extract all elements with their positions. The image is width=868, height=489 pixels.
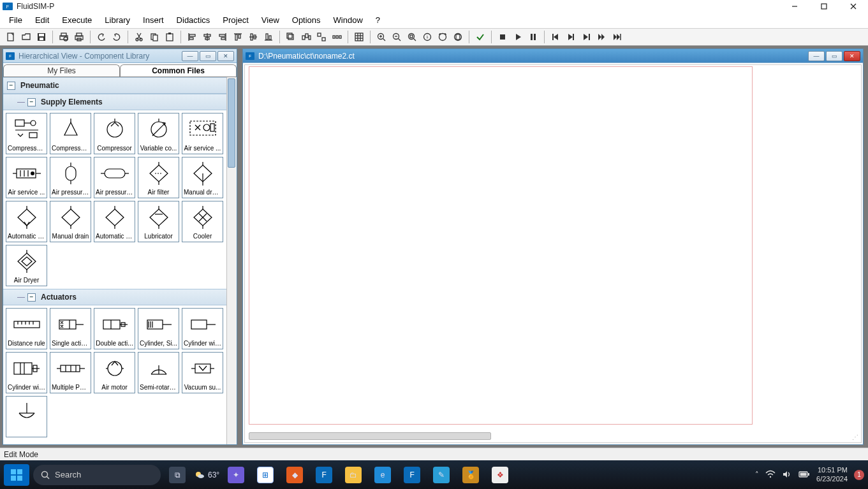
align-top-button[interactable]: [231, 30, 245, 44]
component-cyl-multipos[interactable]: Multiple Pos...: [50, 352, 91, 393]
open-button[interactable]: [19, 30, 33, 44]
taskbar-search[interactable]: Search: [33, 465, 161, 485]
zoom-fit-button[interactable]: [405, 30, 419, 44]
stop-button[interactable]: [496, 30, 510, 44]
doc-close-button[interactable]: ✕: [844, 51, 860, 61]
start-button[interactable]: [4, 464, 29, 486]
zoom-region-button[interactable]: [436, 30, 450, 44]
menu-edit[interactable]: Edit: [29, 14, 55, 26]
component-motor-circle[interactable]: Air motor: [94, 352, 135, 393]
weather-widget[interactable]: 63°: [194, 469, 219, 481]
taskbar-app-10[interactable]: ❖: [487, 464, 513, 486]
skip-fwd-button[interactable]: [594, 30, 608, 44]
zoom-out-button[interactable]: [390, 30, 404, 44]
document-titlebar[interactable]: F D:\Pneumatic\ct\noname2.ct — ▭ ✕: [243, 49, 863, 63]
check-button[interactable]: [473, 30, 487, 44]
component-cyl-multi[interactable]: Cylinder wit...: [6, 352, 47, 393]
pause-button[interactable]: [526, 30, 540, 44]
tab-my-files[interactable]: My Files: [3, 64, 120, 77]
align-right-button[interactable]: [216, 30, 230, 44]
zoom-page-button[interactable]: [451, 30, 465, 44]
menu-options[interactable]: Options: [286, 14, 327, 26]
component-cyl-double[interactable]: Double acti...: [94, 308, 135, 349]
component-diamond-dash[interactable]: Air filter: [138, 157, 179, 198]
tab-common-files[interactable]: Common Files: [120, 64, 237, 77]
category-pneumatic[interactable]: −Pneumatic: [3, 77, 237, 94]
wifi-icon[interactable]: [765, 470, 776, 480]
taskbar-app-7[interactable]: F: [399, 464, 425, 486]
component-vacuum[interactable]: Vacuum su...: [182, 352, 223, 393]
rotate-left-button[interactable]: [284, 30, 298, 44]
component-diamond-tri[interactable]: Automatic d...: [6, 201, 47, 242]
component-cyl-single[interactable]: Single actin...: [50, 308, 91, 349]
component-filter-reg-box[interactable]: Air service ...: [6, 157, 47, 198]
redo-button[interactable]: [110, 30, 124, 44]
menu-didactics[interactable]: Didactics: [170, 14, 217, 26]
taskbar-app-1[interactable]: ✦: [223, 464, 249, 486]
undo-button[interactable]: [94, 30, 108, 44]
group-button[interactable]: [299, 30, 313, 44]
panel-close-button[interactable]: ✕: [217, 51, 234, 61]
maximize-button[interactable]: [809, 0, 839, 13]
new-button[interactable]: [4, 30, 18, 44]
step-back-button[interactable]: [548, 30, 563, 44]
copy-button[interactable]: [147, 30, 161, 44]
component-diamond-x[interactable]: Cooler: [182, 201, 223, 242]
component-diamond-dot[interactable]: Lubricator: [138, 201, 179, 242]
menu-library[interactable]: Library: [98, 14, 136, 26]
align-bottom-button[interactable]: [261, 30, 276, 44]
cut-button[interactable]: [132, 30, 146, 44]
menu-file[interactable]: File: [3, 14, 29, 26]
align-middle-button[interactable]: [246, 30, 260, 44]
component-diamond-plain2[interactable]: Automatic d...: [94, 201, 135, 242]
canvas-resize-grip[interactable]: ⋰: [852, 434, 860, 441]
library-titlebar[interactable]: F Hierarchical View - Component Library …: [3, 49, 237, 63]
notification-badge[interactable]: 1: [854, 470, 864, 480]
taskbar-clock[interactable]: 10:51 PM 6/23/2024: [816, 466, 848, 483]
drawing-canvas[interactable]: ⋰: [244, 64, 862, 443]
align-center-button[interactable]: [200, 30, 214, 44]
library-scroll-thumb[interactable]: [228, 78, 235, 168]
menu-help[interactable]: ?: [369, 14, 386, 26]
doc-maximize-button[interactable]: ▭: [826, 51, 842, 61]
battery-icon[interactable]: [798, 471, 810, 479]
canvas-horizontal-scrollbar[interactable]: [249, 432, 491, 440]
taskbar-app-9[interactable]: 🏅: [458, 464, 483, 486]
minimize-button[interactable]: [780, 0, 809, 13]
grid-button[interactable]: [352, 30, 366, 44]
component-semi-rotary[interactable]: Semi-rotary...: [138, 352, 179, 393]
zoom-in-button[interactable]: [374, 30, 388, 44]
step-fwd-button[interactable]: [579, 30, 593, 44]
taskbar-app-4[interactable]: F: [311, 464, 337, 486]
component-triangle-up[interactable]: Compresse...: [50, 113, 91, 154]
component-capsule[interactable]: Air pressure...: [50, 157, 91, 198]
doc-minimize-button[interactable]: —: [808, 51, 825, 61]
volume-icon[interactable]: [782, 470, 792, 480]
save-button[interactable]: [34, 30, 48, 44]
category-actuators[interactable]: −Actuators: [3, 289, 237, 305]
distribute-button[interactable]: [330, 30, 344, 44]
align-left-button[interactable]: [185, 30, 199, 44]
component-diamond-double[interactable]: Air Dryer: [6, 245, 47, 286]
ungroup-button[interactable]: [314, 30, 328, 44]
taskbar-app-3[interactable]: ◆: [282, 464, 307, 486]
component-suction-cup[interactable]: [6, 396, 47, 437]
zoom-100-button[interactable]: 1: [420, 30, 434, 44]
menu-execute[interactable]: Execute: [55, 14, 98, 26]
skip-end-button[interactable]: [610, 30, 624, 44]
component-compressor-system[interactable]: Compresse...: [6, 113, 47, 154]
task-view-button[interactable]: ⧉: [165, 464, 190, 486]
component-capsule-wide[interactable]: Air pressure...: [94, 157, 135, 198]
step-play-button[interactable]: [564, 30, 578, 44]
taskbar-app-8[interactable]: ✎: [429, 464, 454, 486]
close-button[interactable]: [839, 0, 868, 13]
category-supply-elements[interactable]: −Supply Elements: [3, 94, 237, 110]
taskbar-app-6[interactable]: e: [370, 464, 395, 486]
paste-button[interactable]: [163, 30, 177, 44]
component-cyl-simple[interactable]: Cylinder, Si...: [138, 308, 179, 349]
print-button[interactable]: [72, 30, 86, 44]
component-service-unit[interactable]: Air service ...: [182, 113, 223, 154]
menu-insert[interactable]: Insert: [136, 14, 170, 26]
menu-window[interactable]: Window: [327, 14, 369, 26]
taskbar-app-5[interactable]: 🗀: [341, 464, 366, 486]
